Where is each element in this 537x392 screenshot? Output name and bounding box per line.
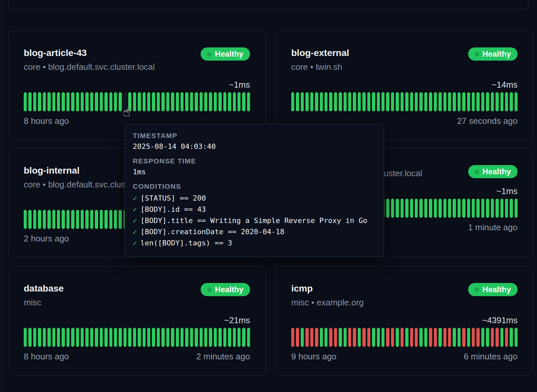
health-bar-up[interactable]	[438, 199, 441, 218]
health-bar-up[interactable]	[90, 328, 93, 347]
health-bar-up[interactable]	[181, 328, 184, 347]
health-bar-up[interactable]	[429, 92, 432, 111]
health-bar-down[interactable]	[353, 328, 356, 347]
health-bar-up[interactable]	[515, 92, 518, 111]
health-bar-up[interactable]	[372, 92, 375, 111]
health-bar-up[interactable]	[434, 92, 437, 111]
health-bar-up[interactable]	[500, 92, 503, 111]
health-bar-up[interactable]	[301, 328, 304, 347]
health-bar-up[interactable]	[104, 328, 107, 347]
health-bar-up[interactable]	[344, 328, 347, 347]
uptime-bars[interactable]	[24, 92, 250, 111]
health-bar-down[interactable]	[291, 328, 294, 347]
health-bar-up[interactable]	[119, 210, 122, 229]
health-bar-up[interactable]	[38, 92, 41, 111]
health-bar-down[interactable]	[315, 328, 318, 347]
health-bar-up[interactable]	[486, 328, 489, 347]
health-bar-up[interactable]	[109, 210, 112, 229]
health-bar-up[interactable]	[95, 92, 98, 111]
health-bar-up[interactable]	[391, 199, 394, 218]
health-bar-up[interactable]	[214, 92, 217, 111]
health-bar-down[interactable]	[505, 328, 508, 347]
health-bar-up[interactable]	[358, 328, 361, 347]
health-bar-up[interactable]	[47, 210, 50, 229]
uptime-bars[interactable]	[291, 92, 518, 111]
health-bar-up[interactable]	[476, 199, 479, 218]
health-bar-up[interactable]	[43, 210, 46, 229]
health-bar-up[interactable]	[438, 328, 441, 347]
health-bar-up[interactable]	[133, 92, 136, 111]
health-bar-up[interactable]	[443, 92, 446, 111]
endpoint-title[interactable]: icmp	[291, 283, 364, 294]
health-bar-up[interactable]	[62, 92, 65, 111]
health-bar-up[interactable]	[238, 92, 240, 111]
health-bar-up[interactable]	[453, 199, 456, 218]
health-bar-up[interactable]	[386, 92, 389, 111]
health-bar-up[interactable]	[95, 210, 98, 229]
health-bar-up[interactable]	[410, 199, 413, 218]
health-bar-up[interactable]	[171, 92, 174, 111]
health-bar-up[interactable]	[424, 92, 427, 111]
health-bar-up[interactable]	[405, 199, 408, 218]
health-bar-up[interactable]	[396, 92, 399, 111]
health-bar-up[interactable]	[218, 328, 221, 347]
health-bar-up[interactable]	[185, 328, 188, 347]
health-bar-up[interactable]	[424, 328, 427, 347]
health-bar-down[interactable]	[386, 328, 389, 347]
health-bar-up[interactable]	[85, 328, 88, 347]
health-bar-up[interactable]	[242, 328, 245, 347]
health-bar-up[interactable]	[358, 92, 361, 111]
health-bar-up[interactable]	[181, 92, 184, 111]
health-bar-up[interactable]	[124, 328, 127, 347]
health-bar-up[interactable]	[218, 92, 221, 111]
health-bar-up[interactable]	[176, 328, 179, 347]
health-bar-up[interactable]	[434, 199, 437, 218]
health-bar-up[interactable]	[62, 210, 65, 229]
health-bar-up[interactable]	[415, 92, 418, 111]
health-bar-up[interactable]	[419, 199, 422, 218]
health-bar-up[interactable]	[334, 92, 337, 111]
health-bar-down[interactable]	[429, 328, 432, 347]
health-bar-up[interactable]	[515, 199, 518, 218]
health-bar-up[interactable]	[143, 92, 146, 111]
health-bar-up[interactable]	[429, 199, 432, 218]
health-bar-up[interactable]	[109, 328, 112, 347]
health-bar-down[interactable]	[415, 328, 418, 347]
health-bar-up[interactable]	[81, 210, 84, 229]
health-bar-up[interactable]	[486, 199, 489, 218]
health-bar-down[interactable]	[334, 328, 337, 347]
health-bar-up[interactable]	[382, 328, 384, 347]
health-bar-up[interactable]	[209, 328, 212, 347]
health-bar-up[interactable]	[114, 210, 117, 229]
health-bar-down[interactable]	[367, 328, 370, 347]
health-bar-up[interactable]	[362, 92, 365, 111]
health-bar-up[interactable]	[204, 92, 207, 111]
health-bar-up[interactable]	[85, 210, 88, 229]
health-bar-up[interactable]	[510, 199, 513, 218]
health-bar-up[interactable]	[133, 328, 136, 347]
health-bar-up[interactable]	[344, 92, 347, 111]
health-bar-up[interactable]	[305, 92, 308, 111]
health-bar-up[interactable]	[296, 92, 299, 111]
health-bar-up[interactable]	[200, 92, 203, 111]
health-bar-up[interactable]	[138, 328, 141, 347]
health-bar-up[interactable]	[157, 328, 160, 347]
health-bar-up[interactable]	[90, 210, 93, 229]
health-bar-up[interactable]	[228, 328, 231, 347]
health-bar-up[interactable]	[52, 92, 55, 111]
health-bar-up[interactable]	[195, 328, 198, 347]
health-bar-up[interactable]	[401, 199, 404, 218]
health-bar-up[interactable]	[405, 328, 408, 347]
health-bar-up[interactable]	[185, 92, 188, 111]
health-bar-up[interactable]	[152, 92, 155, 111]
health-bar-down[interactable]	[434, 328, 437, 347]
health-bar-up[interactable]	[24, 92, 27, 111]
health-bar-up[interactable]	[43, 328, 46, 347]
health-bar-up[interactable]	[47, 328, 50, 347]
health-bar-down[interactable]	[401, 328, 404, 347]
health-bar-up[interactable]	[462, 92, 465, 111]
health-bar-up[interactable]	[76, 328, 79, 347]
health-bar-up[interactable]	[43, 92, 46, 111]
health-bar-down[interactable]	[305, 328, 308, 347]
health-bar-up[interactable]	[486, 92, 489, 111]
